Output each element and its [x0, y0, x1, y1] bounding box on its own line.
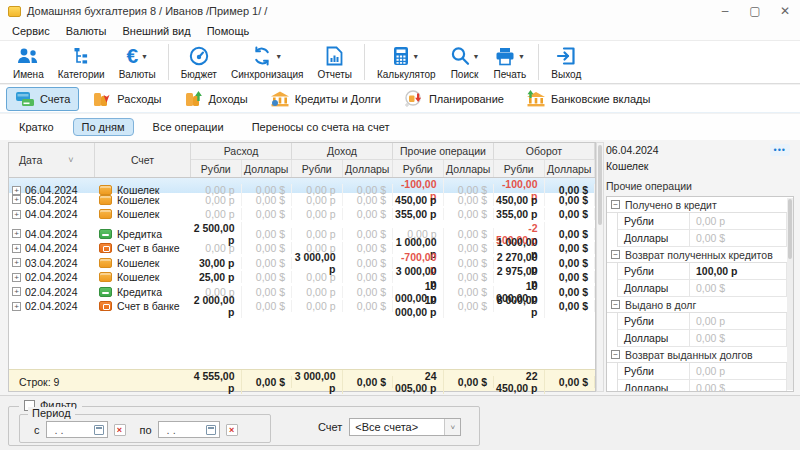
table-row[interactable]: +06.04.2024 Кошелек 0,00 р 0,00 $ 0,00 р… [9, 178, 595, 193]
currency-value[interactable]: 0,00 $ [690, 330, 787, 347]
table-scrollbar[interactable] [596, 142, 604, 392]
collapse-icon[interactable]: − [611, 250, 620, 259]
cell-income-usd: 0,00 $ [343, 228, 394, 240]
currency-value[interactable]: 0,00 $ [690, 280, 787, 297]
subtab-perenosy[interactable]: Переносы со счета на счет [243, 118, 399, 136]
collapse-icon[interactable]: − [611, 300, 620, 309]
chevron-down-icon[interactable]: ▼ [518, 53, 525, 60]
row-date: 02.04.2024 [25, 271, 78, 283]
calculator-button[interactable]: ▼ Калькулятор [370, 42, 443, 82]
period-groupbox: Период с . . × по . . × [19, 414, 271, 443]
scrollbar-thumb[interactable] [788, 199, 792, 259]
expand-icon[interactable]: + [12, 210, 21, 219]
chevron-down-icon[interactable]: ▼ [412, 53, 419, 60]
cell-other-rub: 450,00 р [393, 194, 444, 206]
categories-button[interactable]: Категории [51, 42, 112, 82]
tab-expenses[interactable]: Расходы [83, 86, 170, 111]
reports-button[interactable]: Отчеты [310, 42, 359, 82]
expand-icon[interactable]: + [12, 287, 21, 296]
search-button[interactable]: ▼ Поиск [443, 42, 487, 82]
sync-icon [252, 46, 272, 66]
date-from-input[interactable]: . . [46, 421, 108, 438]
currency-label: Рубли [618, 213, 690, 230]
currency-value[interactable]: 0,00 р [690, 213, 787, 230]
row-date: 04.04.2024 [25, 208, 78, 220]
detail-row: Доллары 0,00 $ [617, 230, 787, 247]
column-header-rub[interactable]: Рубли [292, 160, 343, 177]
clear-date-icon[interactable]: × [114, 424, 126, 436]
names-button[interactable]: Имена [6, 42, 51, 82]
column-group-expense[interactable]: Расход [191, 143, 292, 160]
calendar-icon[interactable] [206, 425, 216, 435]
expand-icon[interactable]: + [12, 195, 21, 204]
column-group-income[interactable]: Доход [292, 143, 393, 160]
date-to-input[interactable]: . . [158, 421, 220, 438]
scrollbar-thumb[interactable] [598, 145, 602, 225]
column-header-date[interactable]: Дата˅ [9, 143, 95, 177]
close-button[interactable]: ✕ [770, 0, 800, 22]
currencies-button[interactable]: €▼ Валюты [112, 42, 163, 82]
tab-planning[interactable]: Планирование [394, 86, 513, 111]
currency-value[interactable]: 100,00 р [690, 263, 787, 280]
expand-icon[interactable]: + [12, 258, 21, 267]
column-header-account[interactable]: Счет [95, 143, 191, 177]
minimize-button[interactable]: – [710, 0, 740, 22]
view-tab-bar: Кратко По дням Все операции Переносы со … [0, 114, 800, 140]
subtab-kratko[interactable]: Кратко [10, 118, 63, 136]
currency-value[interactable]: 0,00 $ [690, 230, 787, 247]
cell-income-rub: 0,00 р [292, 271, 343, 283]
expand-icon[interactable]: + [12, 229, 21, 238]
column-group-other[interactable]: Прочие операции [393, 143, 494, 160]
tab-credits[interactable]: Кредиты и Долги [261, 87, 390, 111]
expand-icon[interactable]: + [12, 244, 21, 253]
chevron-down-icon[interactable]: ▼ [141, 53, 148, 60]
column-header-rub[interactable]: Рубли [191, 160, 242, 177]
column-header-rub[interactable]: Рубли [494, 160, 545, 177]
chevron-down-icon[interactable]: ▼ [275, 53, 282, 60]
clear-date-icon[interactable]: × [226, 424, 238, 436]
row-date: 05.04.2024 [25, 194, 78, 206]
table-row[interactable]: +05.04.2024 Кошелек 0,00 р 0,00 $ 0,00 р… [9, 193, 595, 208]
exit-button[interactable]: Выход [544, 42, 588, 82]
cell-expense-rub: 0,00 р [191, 242, 242, 254]
tab-accounts[interactable]: Счета [6, 87, 79, 111]
printer-icon [495, 47, 515, 66]
subtab-vse-operacii[interactable]: Все операции [144, 118, 233, 136]
toolbar-separator [168, 44, 169, 80]
detail-scrollbar[interactable] [787, 198, 793, 390]
calendar-icon[interactable] [94, 425, 104, 435]
table-row[interactable]: +04.04.2024 Кошелек 0,00 р 0,00 $ 0,00 р… [9, 207, 595, 222]
cell-income-usd: 0,00 $ [343, 286, 394, 298]
wallet-icon [99, 185, 112, 195]
sort-icon: ˅ [68, 155, 73, 165]
menu-vneshniy-vid[interactable]: Внешний вид [115, 25, 199, 37]
budget-button[interactable]: Бюджет [174, 42, 224, 82]
currency-value[interactable]: 0,00 р [690, 363, 787, 380]
menu-servis[interactable]: Сервис [4, 25, 58, 37]
column-header-usd[interactable]: Доллары [545, 160, 596, 177]
column-header-usd[interactable]: Доллары [242, 160, 293, 177]
more-options-button[interactable]: ••• [770, 144, 790, 156]
menu-pomosch[interactable]: Помощь [199, 25, 258, 37]
tab-deposits[interactable]: Банковские вклады [517, 86, 659, 111]
chevron-down-icon[interactable]: ▼ [473, 53, 480, 60]
toolbar: Имена Категории €▼ Валюты Бюджет ▼ Синхр… [0, 40, 800, 84]
account-filter-dropdown[interactable]: <Все счета> ˅ [349, 418, 461, 436]
print-button[interactable]: ▼ Печать [487, 42, 534, 82]
currency-value[interactable]: 0,00 $ [690, 380, 787, 392]
sync-button[interactable]: ▼ Синхронизация [224, 42, 310, 82]
menu-valyuty[interactable]: Валюты [58, 25, 115, 37]
column-group-turnover[interactable]: Оборот [494, 143, 595, 160]
expand-icon[interactable]: + [12, 273, 21, 282]
column-header-rub[interactable]: Рубли [393, 160, 444, 177]
tab-income[interactable]: Доходы [175, 86, 257, 111]
currency-value[interactable]: 0,00 р [690, 313, 787, 330]
column-header-usd[interactable]: Доллары [343, 160, 394, 177]
subtab-po-dnyam[interactable]: По дням [73, 118, 134, 136]
column-header-usd[interactable]: Доллары [444, 160, 495, 177]
main-tab-bar: Счета Расходы Доходы Кредиты и Долги Пла… [0, 85, 800, 113]
table-row[interactable]: +04.04.2024 Кредитка 2 500,00 р 0,00 $ 0… [9, 222, 595, 237]
collapse-icon[interactable]: − [611, 200, 620, 209]
maximize-button[interactable]: ▢ [740, 0, 770, 22]
collapse-icon[interactable]: − [611, 350, 620, 359]
